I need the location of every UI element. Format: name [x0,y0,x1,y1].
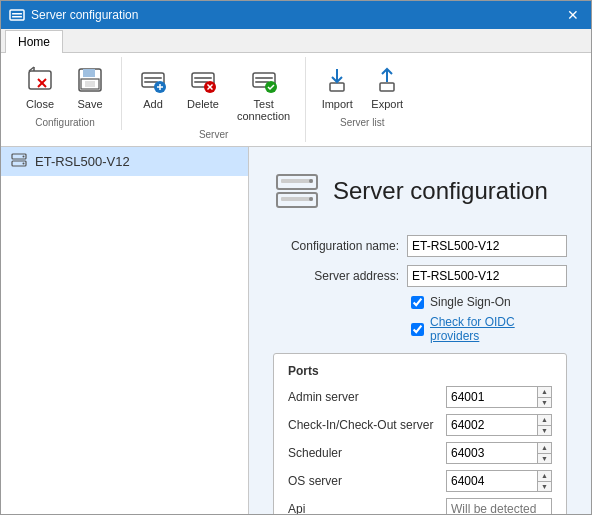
sidebar: ET-RSL500-V12 [1,147,249,514]
ribbon-group-configuration: Close Save Con [9,57,122,130]
panel-title: Server configuration [333,177,548,205]
server-address-label: Server address: [273,269,399,283]
serverlist-group-label: Server list [340,117,384,128]
port-input-wrapper-checkin: ▲ ▼ [446,414,552,436]
port-row-os: OS server ▲ ▼ [288,470,552,492]
svg-rect-2 [12,16,22,18]
port-spinner-scheduler: ▲ ▼ [537,443,551,463]
port-label-scheduler: Scheduler [288,446,446,460]
add-button[interactable]: Add [130,59,176,127]
svg-rect-0 [10,10,24,20]
svg-rect-19 [194,77,212,79]
ribbon-tabs: Home [1,29,591,53]
close-button[interactable]: Close [17,59,63,115]
add-icon [137,64,169,96]
oidc-checkbox[interactable] [411,323,424,336]
main-panel: Server configuration Configuration name:… [249,147,591,514]
close-label: Close [26,98,54,110]
port-spinner-os-down[interactable]: ▼ [538,482,551,492]
test-icon [248,64,280,96]
port-spinner-admin-up[interactable]: ▲ [538,387,551,398]
server-address-input[interactable] [407,265,567,287]
svg-rect-1 [12,13,22,15]
svg-point-38 [309,179,313,183]
port-row-checkin: Check-In/Check-Out server ▲ ▼ [288,414,552,436]
port-input-wrapper-admin: ▲ ▼ [446,386,552,408]
port-label-admin: Admin server [288,390,446,404]
single-sign-on-label: Single Sign-On [430,295,511,309]
save-button[interactable]: Save [67,59,113,115]
test-label: Test connection [237,98,290,122]
svg-rect-25 [255,77,273,79]
export-icon [371,64,403,96]
oidc-row: Check for OIDC providers [411,315,567,343]
panel-header-icon [273,167,321,215]
ribbon-buttons-config: Close Save [17,59,113,115]
port-spinner-scheduler-down[interactable]: ▼ [538,454,551,464]
import-label: Import [322,98,353,110]
server-address-row: Server address: [273,265,567,287]
port-label-checkin: Check-In/Check-Out server [288,418,446,432]
delete-label: Delete [187,98,219,110]
panel-header: Server configuration [273,167,567,215]
port-input-wrapper-api [446,498,552,514]
config-name-input[interactable] [407,235,567,257]
port-spinner-os-up[interactable]: ▲ [538,471,551,482]
port-input-admin[interactable] [447,387,537,407]
ribbon-buttons-server: Add Dele [130,59,297,127]
sidebar-item-label: ET-RSL500-V12 [35,154,130,169]
port-input-scheduler[interactable] [447,443,537,463]
svg-point-35 [23,163,25,165]
config-name-row: Configuration name: [273,235,567,257]
ribbon-content: Close Save Con [1,53,591,146]
import-icon [321,64,353,96]
content-area: ET-RSL500-V12 Server configuration [1,147,591,514]
close-icon [24,64,56,96]
single-sign-on-checkbox[interactable] [411,296,424,309]
ribbon-group-server-list: Import Export Server list [306,57,418,130]
svg-rect-11 [85,81,95,87]
port-spinner-admin-down[interactable]: ▼ [538,398,551,408]
port-spinner-os: ▲ ▼ [537,471,551,491]
export-button[interactable]: Export [364,59,410,115]
delete-icon [187,64,219,96]
export-label: Export [371,98,403,110]
svg-rect-30 [380,83,394,91]
title-bar: Server configuration ✕ [1,1,591,29]
oidc-label[interactable]: Check for OIDC providers [430,315,567,343]
config-group-label: Configuration [35,117,94,128]
port-label-os: OS server [288,474,446,488]
port-input-wrapper-os: ▲ ▼ [446,470,552,492]
port-spinner-admin: ▲ ▼ [537,387,551,407]
svg-rect-40 [281,197,313,201]
port-spinner-checkin-up[interactable]: ▲ [538,415,551,426]
tab-home[interactable]: Home [5,30,63,53]
sidebar-item-et-rsl500-v12[interactable]: ET-RSL500-V12 [1,147,248,176]
delete-button[interactable]: Delete [180,59,226,127]
port-row-api: Api [288,498,552,514]
port-input-os[interactable] [447,471,537,491]
port-spinner-checkin: ▲ ▼ [537,415,551,435]
port-input-checkin[interactable] [447,415,537,435]
import-button[interactable]: Import [314,59,360,115]
port-spinner-scheduler-up[interactable]: ▲ [538,443,551,454]
port-row-scheduler: Scheduler ▲ ▼ [288,442,552,464]
svg-point-41 [309,197,313,201]
server-sidebar-icon [11,153,27,170]
single-sign-on-row: Single Sign-On [411,295,567,309]
test-connection-button[interactable]: Test connection [230,59,297,127]
main-window: Server configuration ✕ Home [0,0,592,515]
window-title: Server configuration [31,8,563,22]
config-name-label: Configuration name: [273,239,399,253]
ribbon-buttons-serverlist: Import Export [314,59,410,115]
window-icon [9,7,25,23]
svg-rect-37 [281,179,313,183]
port-row-admin: Admin server ▲ ▼ [288,386,552,408]
svg-rect-9 [83,69,95,77]
port-spinner-checkin-down[interactable]: ▼ [538,426,551,436]
close-window-button[interactable]: ✕ [563,5,583,25]
port-input-api [447,499,551,514]
save-icon [74,64,106,96]
server-group-label: Server [199,129,228,140]
svg-rect-13 [144,77,162,79]
